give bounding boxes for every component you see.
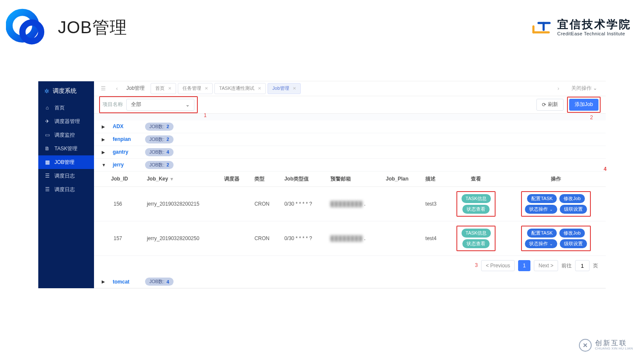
sidebar-item-home[interactable]: ⌂首页 [38,101,94,115]
project-select[interactable]: 全部 ⌄ [126,99,194,111]
caret-right-icon: ▶ [102,137,106,142]
annotation-box-4: 配置TASK修改Job状态操作⌄级联设置 [521,191,591,217]
tab-home[interactable]: 首页✕ [151,83,176,94]
sidebar-item-monitor[interactable]: ▭调度监控 [38,128,94,142]
edit-job-chip[interactable]: 修改Job [559,229,585,238]
job-count-pill: JOB数: 2 [145,123,174,131]
sidebar-item-label: 调度器管理 [54,118,80,125]
job-count-pill: JOB数: 4 [145,278,174,286]
cell-job-id: 157 [94,221,142,256]
caret-right-icon: ▶ [102,124,106,129]
annotation-2: 2 [94,114,606,120]
brand: 宜信技术学院 CreditEase Technical Institute [531,18,631,37]
task-info-chip[interactable]: TASK信息 [462,194,491,203]
log-icon: ☰ [44,186,50,192]
job-count-pill: JOB数: 2 [145,161,174,169]
menu-toggle-icon[interactable]: ☰ [97,83,109,95]
home-icon: ⌂ [44,105,50,111]
col-email[interactable]: 预警邮箱 [326,172,382,187]
group-row[interactable]: ▶tomcatJOB数: 4 [94,275,606,288]
sidebar-item-task[interactable]: 🗎TASK管理 [38,142,94,155]
cascade-chip[interactable]: 级联设置 [560,205,587,214]
cell-type: CRON [250,221,280,256]
tab-task-conn[interactable]: TASK连通性测试✕ [214,83,266,94]
col-scheduler[interactable]: 调度器 [220,172,250,187]
job-count-pill: JOB数: 4 [145,148,174,156]
edit-job-chip[interactable]: 修改Job [559,194,585,203]
group-name: tomcat [113,279,138,285]
sidebar-title: ✲ 调度系统 [38,81,94,101]
goto-page-input[interactable] [575,260,590,271]
group-name: fenpian [113,136,138,142]
tab-job-manage[interactable]: Job管理✕ [268,83,301,94]
sidebar-item-job[interactable]: ▦JOB管理 [38,155,94,169]
refresh-button[interactable]: ⟳刷新 [536,99,564,111]
status-op-chip[interactable]: 状态操作⌄ [525,205,557,214]
sidebar-item-scheduler[interactable]: ✈调度器管理 [38,115,94,128]
next-page-button[interactable]: Next > [534,260,558,271]
table-row: 156jerry_20190328200215CRON0/30 * * * * … [94,187,606,221]
sidebar-title-text: 调度系统 [53,87,77,95]
cell-job-key: jerry_20190328200215 [142,187,220,221]
col-type-val[interactable]: Job类型值 [280,172,326,187]
cell-type: CRON [250,187,280,221]
task-info-chip[interactable]: TASK信息 [462,229,491,238]
col-plan[interactable]: Job_Plan [382,172,421,187]
tab-nav-next-icon[interactable]: › [553,83,564,95]
tab-label: TASK连通性测试 [219,85,254,92]
doc-icon: 🗎 [44,146,50,152]
log-icon: ☰ [44,173,50,179]
group-row[interactable]: ▶gantryJOB数: 4 [94,146,606,159]
monitor-icon: ▭ [44,132,50,138]
cell-desc: test3 [421,187,446,221]
brand-mark-icon [531,20,551,35]
cell-desc: test4 [421,221,446,256]
page-1-button[interactable]: 1 [518,260,530,271]
sidebar-item-log-1[interactable]: ☰调度日志 [38,169,94,183]
sidebar-item-log-2[interactable]: ☰调度日志 [38,183,94,196]
cell-job-id: 156 [94,187,142,221]
col-job-key[interactable]: Job_Key▾ [142,172,220,187]
group-row[interactable]: ▼jerryJOB数: 2 [94,159,606,172]
col-type[interactable]: 类型 [250,172,280,187]
sidebar-item-label: TASK管理 [54,145,77,152]
col-desc[interactable]: 描述 [421,172,446,187]
group-row[interactable]: ▶fenpianJOB数: 2 [94,133,606,146]
annotation-box-2: 添加Job [567,97,601,113]
tab-nav-prev-icon[interactable]: ‹ [111,83,123,95]
close-icon[interactable]: ✕ [293,86,296,91]
status-view-chip[interactable]: 状态查看 [462,205,490,214]
col-ops[interactable]: 操作4 [507,172,606,187]
brand-en: CreditEase Technical Institute [557,31,625,37]
col-view[interactable]: 查看 [446,172,506,187]
cell-ops: 配置TASK修改Job状态操作⌄级联设置 [507,187,606,221]
status-view-chip[interactable]: 状态查看 [462,239,490,248]
cell-view: TASK信息状态查看 [446,187,506,221]
tab-task-manage[interactable]: 任务管理✕ [178,83,213,94]
prev-page-button[interactable]: < Previous [481,260,515,271]
add-job-button[interactable]: 添加Job [569,99,598,111]
doc-header: JOB管理 宜信技术学院 CreditEase Technical Instit… [0,0,644,51]
config-task-chip[interactable]: 配置TASK [527,194,557,203]
pagination: 3 < Previous 1 Next > 前往 页 [94,256,606,275]
col-job-id[interactable]: Job_ID [94,172,142,187]
close-icon[interactable]: ✕ [258,86,261,91]
sidebar-item-label: 调度日志 [54,172,75,180]
config-task-chip[interactable]: 配置TASK [527,229,557,238]
topbar: ☰ ‹ Job管理 首页✕ 任务管理✕ TASK连通性测试✕ Job管理✕ › … [94,81,606,96]
breadcrumb: Job管理 [125,85,149,92]
cell-type-val: 0/30 * * * * ? [280,187,326,221]
caret-right-icon: ▶ [102,150,106,155]
close-icon[interactable]: ✕ [205,86,208,91]
annotation-box-3: TASK信息状态查看 [456,191,496,217]
status-op-chip[interactable]: 状态操作⌄ [525,239,557,248]
cell-type-val: 0/30 * * * * ? [280,221,326,256]
close-ops-dropdown[interactable]: 关闭操作 ⌄ [566,85,602,92]
job-count-pill: JOB数: 2 [145,135,174,143]
cell-view: TASK信息状态查看 [446,221,506,256]
close-icon[interactable]: ✕ [168,86,171,91]
group-row[interactable]: ▶ADXJOB数: 2 [94,120,606,133]
job-table: Job_ID Job_Key▾ 调度器 类型 Job类型值 预警邮箱 Job_P… [94,172,606,256]
cascade-chip[interactable]: 级联设置 [560,239,587,248]
filter-icon[interactable]: ▾ [171,176,173,181]
